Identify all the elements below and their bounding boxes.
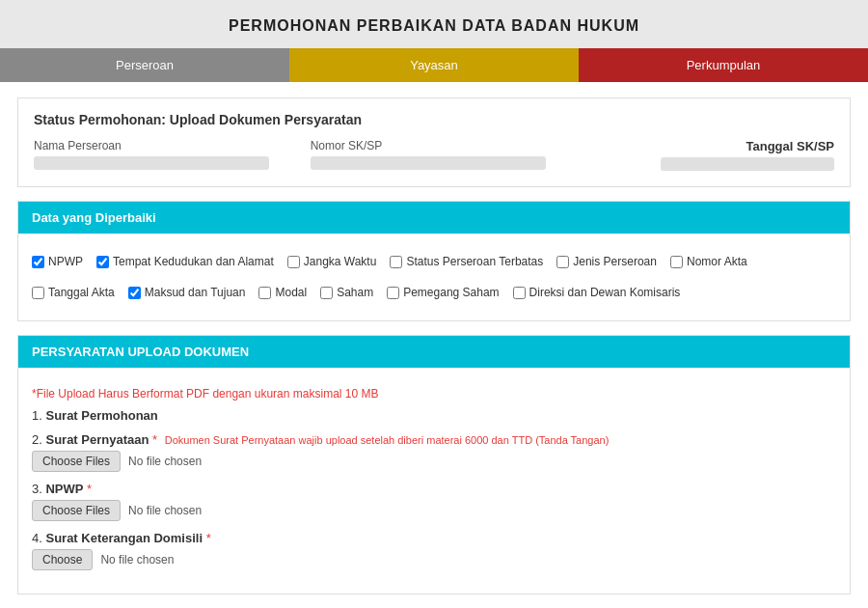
nama-perseroan-label: Nama Perseroan — [34, 139, 282, 152]
no-file-text-3: No file chosen — [128, 504, 202, 517]
nomor-sk-label: Nomor SK/SP — [311, 139, 558, 152]
upload-item-4-label: 4. Surat Keterangan Domisili * — [32, 531, 836, 545]
file-input-row-3: Choose Files No file chosen — [32, 500, 836, 521]
checkbox-jangka[interactable]: Jangka Waktu — [287, 255, 377, 268]
checkbox-saham[interactable]: Saham — [320, 286, 373, 299]
choose-files-button-4[interactable]: Choose — [32, 549, 93, 570]
upload-item-1: 1. Surat Permohonan — [32, 408, 836, 423]
checkbox-modal[interactable]: Modal — [258, 286, 307, 299]
upload-item-2: 2. Surat Pernyataan * Dokumen Surat Pern… — [32, 432, 836, 472]
tab-perkumpulan[interactable]: Perkumpulan — [579, 48, 868, 82]
data-diperbaiki-section: Data yang Diperbaiki NPWP Tempat Keduduk… — [17, 201, 851, 321]
upload-item-2-label: 2. Surat Pernyataan * Dokumen Surat Pern… — [32, 432, 836, 447]
tanggal-field: Tanggal SK/SP — [586, 139, 834, 171]
checkbox-nomor-akta[interactable]: Nomor Akta — [670, 255, 747, 268]
choose-files-button-3[interactable]: Choose Files — [32, 500, 121, 521]
checkbox-row-2: Tanggal Akta Maksud dan Tujuan Modal Sah… — [18, 276, 850, 307]
main-content: Status Permohonan: Upload Dokumen Persya… — [0, 82, 868, 608]
status-section: Status Permohonan: Upload Dokumen Persya… — [17, 97, 851, 187]
persyaratan-header: PERSYARATAN UPLOAD DOKUMEN — [18, 336, 850, 368]
checkbox-tanggal-akta[interactable]: Tanggal Akta — [32, 286, 115, 299]
checkbox-maksud[interactable]: Maksud dan Tujuan — [128, 286, 246, 299]
checkbox-jenis[interactable]: Jenis Perseroan — [556, 255, 657, 268]
no-file-text-4: No file chosen — [100, 553, 174, 567]
tab-yayasan[interactable]: Yayasan — [289, 48, 579, 82]
persyaratan-note: *File Upload Harus Berformat PDF dengan … — [18, 379, 850, 406]
upload-item-4: 4. Surat Keterangan Domisili * Choose No… — [32, 531, 836, 570]
status-fields: Nama Perseroan Nomor SK/SP Tanggal SK/SP — [34, 139, 834, 171]
nomor-sk-field: Nomor SK/SP — [311, 139, 558, 170]
nama-perseroan-field: Nama Perseroan — [34, 139, 282, 170]
persyaratan-section: PERSYARATAN UPLOAD DOKUMEN *File Upload … — [17, 335, 851, 594]
tanggal-value — [661, 157, 834, 171]
checkbox-status[interactable]: Status Perseroan Terbatas — [390, 255, 543, 268]
status-title: Status Permohonan: Upload Dokumen Persya… — [34, 112, 834, 127]
upload-item-3: 3. NPWP * Choose Files No file chosen — [32, 482, 836, 521]
upload-list: 1. Surat Permohonan 2. Surat Pernyataan … — [18, 406, 850, 570]
tabs-bar: Perseroan Yayasan Perkumpulan — [0, 48, 868, 82]
page-title: PERMOHONAN PERBAIKAN DATA BADAN HUKUM — [0, 0, 868, 48]
file-input-row-4: Choose No file chosen — [32, 549, 836, 570]
no-file-text-2: No file chosen — [128, 455, 202, 468]
upload-item-1-label: 1. Surat Permohonan — [32, 408, 836, 423]
checkbox-row-1: NPWP Tempat Kedudukan dan Alamat Jangka … — [18, 245, 850, 276]
checkbox-direksi[interactable]: Direksi dan Dewan Komisaris — [513, 286, 681, 299]
data-diperbaiki-header: Data yang Diperbaiki — [18, 202, 850, 234]
file-input-row-2: Choose Files No file chosen — [32, 451, 836, 472]
nama-perseroan-value — [34, 156, 269, 170]
tab-perseroan[interactable]: Perseroan — [0, 48, 289, 82]
tanggal-label: Tanggal SK/SP — [586, 139, 834, 153]
choose-files-button-2[interactable]: Choose Files — [32, 451, 121, 472]
upload-item-3-label: 3. NPWP * — [32, 482, 836, 496]
checkbox-tempat[interactable]: Tempat Kedudukan dan Alamat — [96, 255, 274, 268]
checkbox-npwp[interactable]: NPWP — [32, 255, 83, 268]
nomor-sk-value — [311, 156, 546, 170]
checkbox-pemegang[interactable]: Pemegang Saham — [387, 286, 499, 299]
